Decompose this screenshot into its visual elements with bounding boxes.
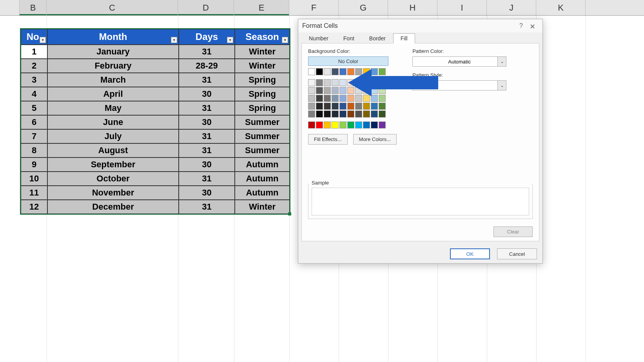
help-button[interactable]: ? [519, 22, 523, 29]
ok-button[interactable]: OK [450, 248, 490, 259]
cell-month[interactable]: May [47, 101, 179, 115]
color-swatch[interactable] [308, 79, 315, 86]
cell-no[interactable]: 2 [21, 59, 47, 73]
cell-season[interactable]: Summer [235, 115, 290, 129]
column-header-G[interactable]: G [339, 0, 388, 15]
cell-month[interactable]: February [47, 59, 179, 73]
color-swatch[interactable] [316, 87, 323, 94]
color-swatch[interactable] [324, 103, 331, 110]
filter-button-month[interactable] [171, 37, 177, 43]
cell-no[interactable]: 6 [21, 115, 47, 129]
color-swatch[interactable] [332, 68, 339, 75]
color-swatch[interactable] [316, 103, 323, 110]
cell-days[interactable]: 31 [179, 73, 235, 87]
color-swatch[interactable] [324, 121, 331, 129]
column-header-E[interactable]: E [234, 0, 289, 15]
no-color-button[interactable]: No Color [308, 56, 388, 66]
table-row[interactable]: 12December31Winter [21, 200, 290, 214]
color-swatch[interactable] [379, 110, 386, 118]
cell-no[interactable]: 11 [21, 186, 47, 200]
color-swatch[interactable] [308, 103, 315, 110]
table-row[interactable]: 9September30Autumn [21, 157, 290, 172]
color-swatch[interactable] [332, 87, 339, 94]
cell-no[interactable]: 1 [21, 45, 47, 59]
color-swatch[interactable] [355, 95, 362, 102]
cell-month[interactable]: January [47, 45, 179, 59]
color-swatch[interactable] [363, 121, 370, 129]
cell-days[interactable]: 30 [179, 115, 235, 129]
column-header-C[interactable]: C [47, 0, 178, 15]
table-row[interactable]: 2February28-29Winter [21, 59, 290, 73]
color-swatch[interactable] [379, 103, 386, 110]
cell-no[interactable]: 5 [21, 101, 47, 115]
cell-days[interactable]: 31 [179, 129, 235, 143]
color-swatch[interactable] [355, 79, 362, 86]
header-month[interactable]: Month [47, 29, 179, 45]
color-swatch[interactable] [355, 103, 362, 110]
color-swatch[interactable] [339, 121, 346, 129]
color-swatch[interactable] [332, 79, 339, 86]
header-no[interactable]: No. [21, 29, 47, 45]
color-swatch[interactable] [355, 121, 362, 129]
color-swatch[interactable] [363, 110, 370, 118]
header-season[interactable]: Season [235, 29, 290, 45]
color-swatch[interactable] [308, 95, 315, 102]
cell-days[interactable]: 31 [179, 172, 235, 186]
column-header-J[interactable]: J [487, 0, 536, 15]
column-header-K[interactable]: K [536, 0, 586, 15]
color-swatch[interactable] [316, 68, 323, 75]
color-swatch[interactable] [371, 95, 378, 102]
table-row[interactable]: 10October31Autumn [21, 172, 290, 186]
cell-no[interactable]: 9 [21, 157, 47, 172]
column-header-B[interactable]: B [20, 0, 47, 15]
data-table[interactable]: No. Month Days Season 1January31Winter2F… [20, 28, 290, 215]
color-swatch[interactable] [371, 87, 378, 94]
color-swatch[interactable] [347, 110, 354, 118]
color-swatch[interactable] [355, 87, 362, 94]
cell-season[interactable]: Winter [235, 45, 290, 59]
cell-season[interactable]: Spring [235, 101, 290, 115]
table-row[interactable]: 5May31Spring [21, 101, 290, 115]
color-swatch[interactable] [363, 87, 370, 94]
cell-season[interactable]: Summer [235, 143, 290, 157]
cell-days[interactable]: 30 [179, 157, 235, 172]
color-swatch[interactable] [324, 87, 331, 94]
color-swatch[interactable] [371, 68, 378, 75]
cell-days[interactable]: 31 [179, 45, 235, 59]
cell-no[interactable]: 7 [21, 129, 47, 143]
clear-button[interactable]: Clear [493, 226, 533, 237]
cell-season[interactable]: Autumn [235, 157, 290, 172]
cell-month[interactable]: September [47, 157, 179, 172]
color-swatch[interactable] [347, 95, 354, 102]
cell-month[interactable]: November [47, 186, 179, 200]
table-row[interactable]: 4April30Spring [21, 87, 290, 101]
cell-month[interactable]: August [47, 143, 179, 157]
cell-days[interactable]: 30 [179, 87, 235, 101]
cancel-button[interactable]: Cancel [497, 248, 537, 259]
cell-month[interactable]: April [47, 87, 179, 101]
color-swatch[interactable] [347, 68, 354, 75]
cell-season[interactable]: Spring [235, 87, 290, 101]
tab-fill[interactable]: Fill [393, 33, 415, 43]
color-swatch[interactable] [371, 110, 378, 118]
color-swatch[interactable] [332, 110, 339, 118]
color-swatch[interactable] [324, 68, 331, 75]
color-swatch[interactable] [316, 110, 323, 118]
table-row[interactable]: 1January31Winter [21, 45, 290, 59]
cell-days[interactable]: 30 [179, 186, 235, 200]
cell-month[interactable]: June [47, 115, 179, 129]
cell-no[interactable]: 8 [21, 143, 47, 157]
color-swatch[interactable] [363, 79, 370, 86]
color-swatch[interactable] [347, 121, 354, 129]
color-swatch[interactable] [347, 79, 354, 86]
color-swatch[interactable] [339, 110, 346, 118]
color-swatch[interactable] [347, 87, 354, 94]
color-swatch[interactable] [332, 103, 339, 110]
color-swatch[interactable] [339, 95, 346, 102]
column-header-I[interactable]: I [437, 0, 487, 15]
color-swatch[interactable] [324, 79, 331, 86]
column-header-F[interactable]: F [289, 0, 339, 15]
cell-season[interactable]: Autumn [235, 186, 290, 200]
cell-month[interactable]: October [47, 172, 179, 186]
color-swatch[interactable] [379, 87, 386, 94]
